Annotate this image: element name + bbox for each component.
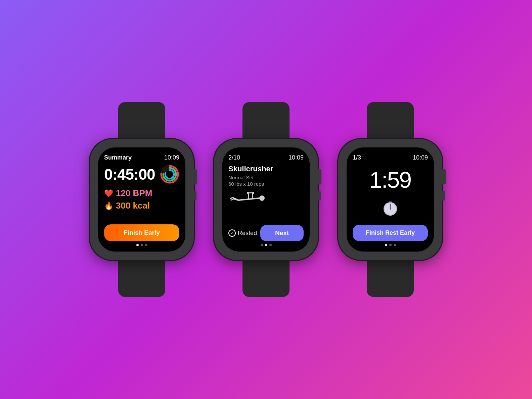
watch-3-body: 1/3 10:09 1:59 [338, 139, 442, 260]
watch-1-band-top [118, 102, 165, 139]
watch-2-progress: 2/10 [228, 154, 240, 161]
watches-container: Summary 10:09 0:45:00 [90, 102, 442, 297]
watch-1-time: 10:09 [164, 154, 179, 161]
dot-2 [389, 244, 392, 246]
svg-rect-12 [253, 192, 254, 194]
svg-point-6 [259, 195, 265, 201]
svg-line-15 [230, 197, 232, 199]
watch-1-stats: ❤️ 120 BPM 🔥 300 kcal [104, 188, 179, 211]
bpm-value: 120 BPM [116, 188, 152, 198]
watch-3-page-dots [353, 244, 428, 246]
activity-rings [160, 165, 179, 184]
watch-1-duration: 0:45:00 [104, 165, 155, 183]
dot-1 [385, 244, 387, 246]
dot-1 [261, 244, 263, 246]
watch-2-bottom-row: ✓ Rested Next [228, 225, 304, 241]
set-type: Normal Set [228, 175, 304, 180]
next-button[interactable]: Next [260, 225, 304, 241]
check-circle-icon: ✓ [228, 229, 236, 237]
rested-button[interactable]: ✓ Rested [228, 229, 257, 237]
watch-1-body: Summary 10:09 0:45:00 [90, 139, 194, 260]
rest-timer: 1:59 [353, 167, 428, 193]
watch-3-time: 10:09 [413, 154, 428, 161]
clock-icon-container [353, 198, 428, 218]
watch-2-band-bottom [242, 260, 290, 297]
svg-rect-11 [247, 192, 249, 194]
svg-line-14 [234, 199, 238, 200]
watch-3-progress: 1/3 [353, 154, 361, 161]
finish-rest-early-button[interactable]: Finish Rest Early [353, 225, 428, 241]
watch-1-title: Summary [104, 154, 132, 161]
kcal-row: 🔥 300 kcal [104, 201, 179, 211]
watch-2-exercise: 2/10 10:09 Skullcrusher Normal Set 60 lb… [214, 102, 318, 297]
weight-reps: 60 lbs x 10 reps [228, 181, 304, 187]
kcal-value: 300 kcal [116, 201, 150, 211]
watch-3-header: 1/3 10:09 [353, 154, 428, 161]
watch-2-header: 2/10 10:09 [228, 154, 304, 161]
watch-1-duration-row: 0:45:00 [104, 165, 179, 184]
heart-icon: ❤️ [104, 189, 113, 198]
finish-early-button[interactable]: Finish Early [104, 224, 179, 241]
watch-2-screen: 2/10 10:09 Skullcrusher Normal Set 60 lb… [222, 147, 310, 252]
bpm-row: ❤️ 120 BPM [104, 188, 179, 198]
exercise-name: Skullcrusher [228, 165, 304, 173]
watch-2-band-top [242, 102, 290, 139]
watch-3-rest: 1/3 10:09 1:59 [338, 102, 442, 297]
flame-icon: 🔥 [104, 202, 113, 210]
dot-3 [269, 244, 272, 246]
svg-line-16 [231, 199, 234, 200]
watch-2-page-dots [228, 244, 304, 246]
watch-3-band-bottom [367, 260, 414, 297]
exercise-illustration [228, 189, 269, 208]
dot-3 [145, 244, 147, 246]
watch-3-band-top [367, 102, 414, 139]
exercise-figure-container [228, 189, 304, 208]
watch-1-band-bottom [118, 260, 165, 297]
watch-1-page-dots [104, 244, 179, 246]
dot-2 [141, 244, 143, 246]
rested-label: Rested [238, 230, 257, 237]
dot-2 [265, 244, 267, 246]
watch-2-time: 10:09 [289, 154, 304, 161]
svg-rect-18 [389, 202, 392, 203]
watch-3-screen: 1/3 10:09 1:59 [347, 147, 434, 252]
watch-2-body: 2/10 10:09 Skullcrusher Normal Set 60 lb… [214, 139, 318, 260]
stopwatch-icon [381, 198, 400, 218]
watch-1-header: Summary 10:09 [104, 154, 179, 161]
watch-1-screen: Summary 10:09 0:45:00 [98, 147, 185, 252]
dot-3 [394, 244, 396, 246]
watch-1-summary: Summary 10:09 0:45:00 [90, 102, 194, 297]
dot-1 [136, 244, 139, 246]
